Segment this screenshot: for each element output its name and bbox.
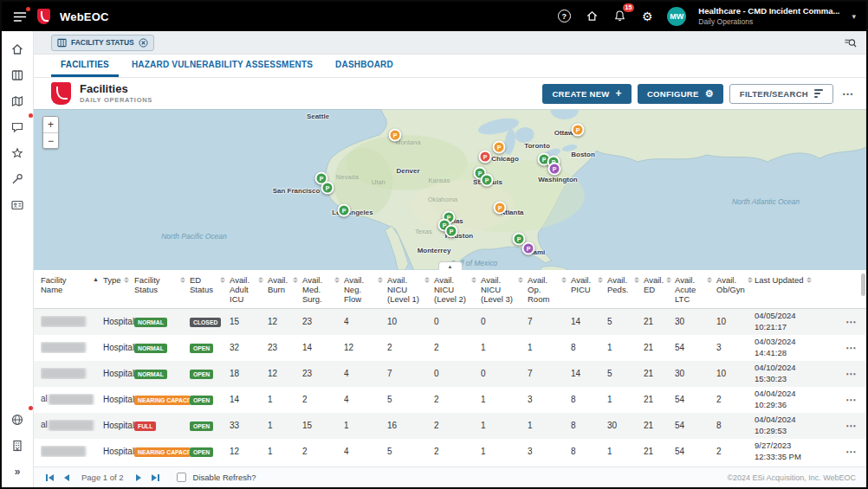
row-actions-button[interactable]: ⋯	[834, 316, 866, 328]
sidebar-expand-icon[interactable]: »	[4, 460, 30, 483]
column-header-10[interactable]: Avail. NICU (Level 2)	[434, 275, 481, 305]
facility-marker-orange[interactable]: P	[494, 202, 507, 215]
last-updated-cell: 04/10/202415:30:23	[755, 363, 834, 384]
facility-marker-purple[interactable]: P	[522, 242, 535, 255]
create-new-button[interactable]: CREATE NEW+	[542, 84, 631, 104]
search-icon[interactable]	[842, 35, 858, 50]
row-actions-button[interactable]: ⋯	[834, 368, 866, 380]
top-bar: WebEOC ? 15 ⚙ MW Healthcare - CMD Incide…	[2, 2, 866, 31]
more-options-button[interactable]: ⋯	[839, 87, 856, 100]
table-row[interactable]: HospitalNORMALCLOSED15122341000714521301…	[34, 309, 866, 335]
table-row[interactable]: HospitalNORMALOPEN322314122211812154304/…	[34, 335, 866, 361]
last-page-button[interactable]	[150, 473, 161, 483]
sidebar-item-boards[interactable]	[4, 63, 30, 87]
column-header-11[interactable]: Avail. NICU (Level 3)	[481, 275, 528, 305]
incident-subtitle: Daily Operations	[698, 17, 839, 27]
last-updated-cell: 04/04/202410:29:53	[755, 415, 834, 436]
sort-icon	[378, 277, 383, 305]
table-row[interactable]: alHospitalFULLOPEN331151162118302154804/…	[34, 413, 866, 439]
facility-marker-red[interactable]: P	[479, 151, 492, 164]
column-header-6[interactable]: Avail. Burn	[268, 275, 302, 294]
column-header-15[interactable]: Avail. ED	[644, 275, 675, 294]
value-cell: 1	[607, 343, 644, 352]
next-page-button[interactable]	[134, 473, 143, 483]
facility-marker-green[interactable]: P	[338, 204, 351, 217]
sidebar-item-language[interactable]	[4, 408, 30, 431]
facility-marker-purple[interactable]: P	[548, 163, 561, 176]
facility-marker-green[interactable]: P	[321, 182, 334, 195]
value-cell: 15	[230, 317, 268, 326]
column-header-12[interactable]: Avail. Op. Room	[528, 275, 571, 305]
facility-marker-orange[interactable]: P	[389, 129, 402, 142]
board-chip[interactable]: FACILITY STATUS	[51, 35, 154, 51]
column-header-13[interactable]: Avail. PICU	[571, 275, 607, 294]
sidebar-item-tools[interactable]	[4, 167, 30, 190]
disable-refresh-checkbox[interactable]	[177, 473, 186, 482]
column-header-3[interactable]: Facility Status	[134, 275, 190, 294]
facility-marker-orange[interactable]: P	[493, 141, 506, 154]
column-header-7[interactable]: Avail. Med. Surg.	[302, 275, 344, 305]
facility-status-cell: NORMAL	[134, 317, 190, 327]
home-icon[interactable]	[584, 9, 599, 24]
tab-dashboard[interactable]: DASHBOARD	[326, 55, 403, 77]
help-icon[interactable]: ?	[556, 9, 572, 24]
settings-icon[interactable]: ⚙	[639, 9, 655, 24]
facility-marker-green[interactable]: P	[481, 174, 494, 187]
value-cell: 5	[607, 369, 644, 378]
redacted-facility-name	[41, 446, 86, 457]
row-actions-button[interactable]: ⋯	[834, 394, 866, 406]
value-cell: 5	[387, 447, 434, 456]
zoom-out-button[interactable]: −	[43, 132, 58, 148]
row-actions-button[interactable]: ⋯	[834, 420, 866, 432]
column-header-9[interactable]: Avail. NICU (Level 1)	[387, 275, 434, 305]
main-area: FACILITY STATUS FACILITIESHAZARD VULNERA…	[34, 31, 866, 487]
configure-button[interactable]: CONFIGURE⚙	[638, 84, 723, 104]
facility-marker-green[interactable]: P	[445, 225, 458, 238]
sidebar-item-home[interactable]	[4, 37, 30, 61]
tab-hazard-vulnerability-assessments[interactable]: HAZARD VULNERABILITY ASSESSMENTS	[122, 55, 322, 77]
sidebar-item-favorites[interactable]	[4, 141, 30, 164]
scrollbar-thumb[interactable]	[861, 273, 865, 296]
collapse-map-button[interactable]: ▲	[438, 261, 463, 270]
sidebar-item-maps[interactable]	[4, 89, 30, 113]
table-row[interactable]: alHospitalNEARING CAPACITYOPEN1412452138…	[34, 387, 866, 413]
value-cell: 8	[571, 343, 607, 352]
facility-name-cell	[41, 446, 103, 457]
column-header-2[interactable]: Type	[103, 275, 134, 285]
column-header-17[interactable]: Avail. Ob/Gyn	[716, 275, 755, 294]
notifications-icon[interactable]: 15	[612, 9, 627, 24]
zoom-in-button[interactable]: +	[43, 117, 58, 132]
facility-status-badge: NEARING CAPACITY	[134, 447, 190, 457]
user-avatar[interactable]: MW	[667, 7, 686, 26]
facility-name-cell	[41, 368, 103, 379]
value-cell: 1	[607, 395, 644, 404]
facility-marker-orange[interactable]: P	[572, 124, 585, 137]
column-header-1[interactable]: Facility Name▲	[41, 275, 103, 294]
column-header-5[interactable]: Avail. Adult ICU	[230, 275, 268, 305]
map[interactable]: + − North Pacific OceanNorth Atlantic Oc…	[34, 109, 866, 270]
chevron-down-icon[interactable]: ▾	[852, 12, 856, 21]
column-header-16[interactable]: Avail. Acute LTC	[675, 275, 716, 305]
close-icon[interactable]	[139, 38, 148, 48]
tab-facilities[interactable]: FACILITIES	[51, 55, 119, 77]
sidebar-item-messages[interactable]	[4, 115, 30, 138]
gear-icon: ⚙	[705, 89, 714, 99]
table-row[interactable]: HospitalNEARING CAPACITYOPEN121245213812…	[34, 439, 866, 465]
prev-page-button[interactable]	[62, 473, 71, 483]
table-row[interactable]: HospitalNORMALOPEN1812234700714521301004…	[34, 361, 866, 387]
column-header-8[interactable]: Avail. Neg. Flow	[344, 275, 387, 305]
sort-icon	[707, 277, 712, 305]
app-window: WebEOC ? 15 ⚙ MW Healthcare - CMD Incide…	[0, 0, 868, 489]
first-page-button[interactable]	[44, 473, 55, 483]
filter-search-button[interactable]: FILTER/SEARCH	[729, 84, 833, 104]
column-header-4[interactable]: ED Status	[190, 275, 230, 294]
menu-icon[interactable]	[12, 9, 28, 24]
row-actions-button[interactable]: ⋯	[834, 446, 866, 458]
sidebar-item-organization[interactable]	[4, 434, 30, 457]
row-actions-button[interactable]: ⋯	[834, 342, 866, 354]
incident-selector[interactable]: Healthcare - CMD Incident Comma... Daily…	[698, 6, 839, 26]
sidebar-item-contacts[interactable]	[4, 193, 30, 216]
value-cell: 2	[716, 395, 755, 404]
column-header-18[interactable]: Last Updated	[755, 275, 834, 285]
column-header-14[interactable]: Avail. Peds.	[607, 275, 644, 294]
